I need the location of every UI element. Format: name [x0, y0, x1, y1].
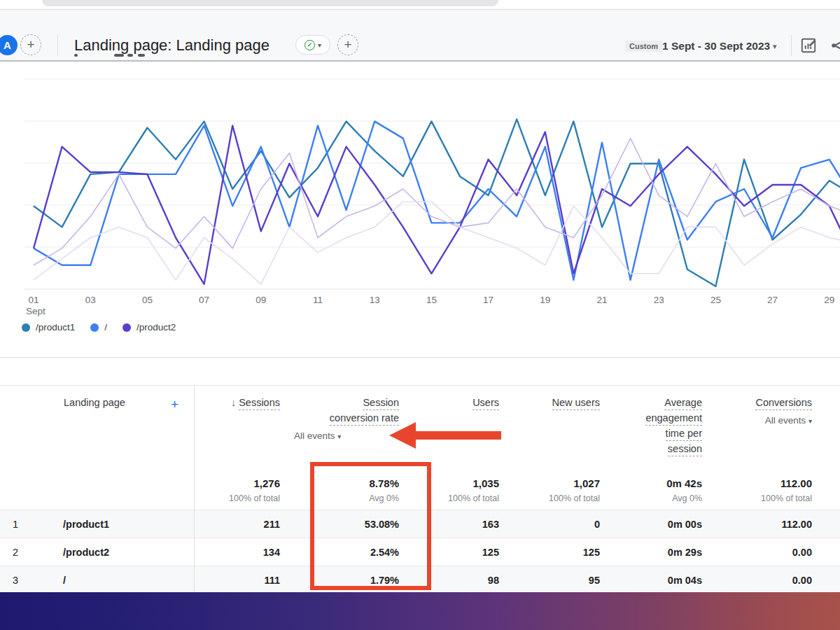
x-tick-label: 01 [28, 295, 38, 305]
table-toolbar: Rows per page: 10 ▾ Go to: ‹ 1-10 [0, 357, 840, 386]
legend-label: /product2 [136, 322, 176, 332]
x-tick-label: 11 [313, 295, 323, 305]
x-tick-label: 29 [824, 295, 834, 305]
plus-icon: + [344, 37, 351, 52]
legend-item-product2[interactable]: /product2 [122, 322, 176, 332]
screenshot-root: A + Landing page: Landing page ✓ ▾ + Cus… [0, 0, 840, 630]
add-filter-button[interactable]: + [337, 34, 358, 55]
sort-descending-icon: ↓ [231, 397, 236, 408]
x-tick-label: 19 [540, 295, 550, 305]
chart-legend: /product1 / /product2 [22, 322, 176, 332]
total-avg-engagement-time: 0m 42s [600, 477, 702, 489]
table-column-separator [194, 386, 195, 592]
column-header-landing-page[interactable]: Landing page [64, 397, 125, 408]
column-header-session-conversion-rate[interactable]: Session conversion rate All events ▾ [280, 397, 399, 462]
landing-page-cell: /product1 [31, 510, 109, 538]
customize-report-icon[interactable] [799, 36, 818, 57]
arrow-annotation [385, 420, 505, 452]
column-header-sessions[interactable]: ↓Sessions [195, 397, 280, 462]
data-quality-pill[interactable]: ✓ ▾ [295, 35, 330, 55]
total-sessions: 1,276 [195, 477, 280, 489]
report-header: A + Landing page: Landing page ✓ ▾ + Cus… [0, 10, 840, 62]
total-new-users: 1,027 [499, 477, 600, 489]
header-divider [57, 35, 58, 56]
header-divider [791, 35, 792, 56]
landing-page-cell: / [31, 566, 66, 594]
add-dimension-icon[interactable]: + [171, 397, 178, 412]
x-tick-label: 07 [199, 295, 209, 305]
legend-item-root[interactable]: / [90, 322, 107, 332]
legend-dot [122, 323, 131, 332]
conversions-event-filter[interactable]: All events ▾ [702, 415, 812, 426]
conversion-event-filter[interactable]: All events ▾ [280, 430, 399, 441]
check-circle-icon: ✓ [304, 40, 315, 50]
x-axis-month-label: Sept [26, 306, 46, 316]
x-tick-label: 13 [370, 295, 380, 305]
date-range-custom-badge: Custom [625, 41, 662, 52]
add-comparison-button[interactable]: + [20, 34, 41, 55]
x-tick-label: 05 [142, 295, 153, 305]
bottom-gradient-bar [0, 592, 840, 630]
sessions-over-time-line-chart [0, 74, 840, 295]
legend-label: /product1 [36, 322, 75, 332]
chevron-down-icon: ▾ [337, 433, 341, 440]
chevron-down-icon[interactable]: ▾ [773, 42, 777, 51]
x-tick-label: 23 [654, 295, 664, 305]
legend-dot [22, 323, 30, 332]
x-tick-label: 27 [767, 295, 778, 305]
page-title: Landing page: Landing page [74, 36, 270, 55]
share-icon[interactable] [829, 36, 840, 57]
x-tick-label: 21 [596, 295, 607, 305]
chevron-down-icon: ▾ [318, 41, 321, 49]
chart-line-product1 [34, 119, 840, 286]
highlight-rectangle-annotation [310, 462, 431, 590]
column-header-new-users[interactable]: New users [499, 397, 600, 462]
column-header-conversions[interactable]: Conversions All events ▾ [702, 397, 812, 462]
chart-line-unlabeled-light-lavender-1 [34, 139, 840, 265]
chart-line- [34, 121, 840, 280]
legend-item-product1[interactable]: /product1 [22, 322, 75, 332]
plus-icon: + [27, 37, 34, 52]
total-conversions: 112.00 [702, 477, 812, 489]
browser-tab-remnant [42, 0, 498, 6]
x-tick-label: 17 [483, 295, 493, 305]
legend-label: / [104, 322, 107, 332]
avatar[interactable]: A [0, 35, 18, 55]
x-tick-label: 09 [255, 295, 266, 305]
avatar-letter: A [4, 39, 11, 51]
x-tick-label: 03 [85, 295, 96, 305]
chart-x-axis: 010305070911131517192123252729Sept [0, 295, 840, 320]
date-range-selector[interactable]: 1 Sept - 30 Sept 2023 [662, 40, 770, 52]
landing-page-cell: /product2 [31, 538, 109, 566]
x-tick-label: 25 [710, 295, 721, 305]
column-header-avg-engagement-time[interactable]: Average engagement time per session [600, 397, 702, 462]
legend-dot [90, 323, 99, 332]
x-tick-label: 15 [426, 295, 437, 305]
